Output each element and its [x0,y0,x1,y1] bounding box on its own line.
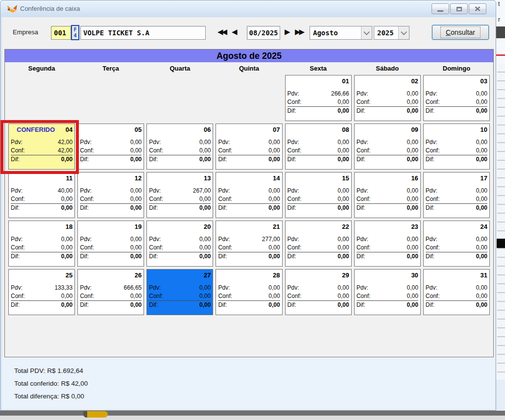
year-select[interactable]: 2025 [374,26,409,40]
conf-label: Conf: [426,292,440,300]
conf-label: Conf: [218,244,232,252]
day-cell-08[interactable]: 08Pdv:0,00Conf:0,00Dif:0,00 [285,124,352,170]
pdv-row: Pdv:0,00 [426,90,487,98]
pdv-value: 0,00 [407,284,418,292]
pdv-value: 0,00 [199,138,211,147]
day-cell-30[interactable]: 30Pdv:0,00Conf:0,00Dif:0,00 [354,269,421,315]
dif-value: 0,00 [61,252,72,261]
conf-label: Conf: [11,195,25,203]
dif-row: Dif:0,00 [357,204,418,212]
pdv-value: 666,65 [124,284,142,292]
dif-value: 0,00 [476,155,487,164]
day-header: 20 [149,222,211,232]
dif-label: Dif: [357,204,365,212]
day-cell-19[interactable]: 19Pdv:0,00Conf:0,00Dif:0,00 [77,221,144,267]
dif-label: Dif: [80,252,89,261]
day-cell-15[interactable]: 15Pdv:0,00Conf:0,00Dif:0,00 [285,172,352,218]
dif-row: Dif:0,00 [11,301,72,309]
empresa-name-field: VOLPE TICKET S.A [80,26,206,40]
pdv-value: 0,00 [61,235,72,244]
day-cell-09[interactable]: 09Pdv:0,00Conf:0,00Dif:0,00 [354,124,421,170]
window-titlebar[interactable]: Conferência de caixa [0,0,496,17]
pdv-label: Pdv: [149,138,161,147]
conf-label: Conf: [218,147,232,155]
day-cell-07[interactable]: 07Pdv:0,00Conf:0,00Dif:0,00 [216,124,282,170]
conf-label: Conf: [80,244,94,252]
pdv-value: 0,00 [337,284,349,292]
pdv-value: 0,00 [130,187,142,195]
day-cell-24[interactable]: 24Pdv:0,00Conf:0,00Dif:0,00 [423,221,490,267]
day-cell-06[interactable]: 06Pdv:0,00Conf:0,00Dif:0,00 [146,124,213,170]
day-cell-23[interactable]: 23Pdv:0,00Conf:0,00Dif:0,00 [354,221,421,267]
dif-row: Dif:0,00 [426,107,487,115]
day-cell-21[interactable]: 21Pdv:277,00Conf:0,00Dif:0,00 [216,221,282,267]
month-dropdown-button[interactable] [361,26,372,39]
pdv-value: 0,00 [199,284,211,292]
day-cell-22[interactable]: 22Pdv:0,00Conf:0,00Dif:0,00 [285,221,352,267]
dif-value: 0,00 [199,252,211,261]
month-select[interactable]: Agosto [310,26,372,40]
pdv-value: 0,00 [476,90,487,98]
day-cell-20[interactable]: 20Pdv:0,00Conf:0,00Dif:0,00 [146,221,213,267]
f4-lookup-button[interactable]: F4 [71,25,79,40]
day-cell-02[interactable]: 02Pdv:0,00Conf:0,00Dif:0,00 [354,75,421,121]
day-cell-25[interactable]: 25Pdv:133,33Conf:0,00Dif:0,00 [8,269,75,315]
pdv-label: Pdv: [357,235,368,244]
dif-row: Dif:0,00 [80,204,142,212]
conf-row: Conf:0,00 [357,147,418,155]
background-selected-row [497,239,505,248]
day-cell-14[interactable]: 14Pdv:0,00Conf:0,00Dif:0,00 [216,172,282,218]
pdv-label: Pdv: [218,138,230,147]
day-cell-11[interactable]: 11Pdv:40,00Conf:0,00Dif:0,00 [8,172,75,218]
day-number: 24 [481,223,487,230]
day-number: 31 [481,272,487,279]
pdv-value: 0,00 [407,235,418,244]
nav-prev-button[interactable]: ◀ [232,27,236,36]
period-field[interactable]: 08/2025 [247,26,280,40]
year-dropdown-button[interactable] [398,26,409,39]
window-title: Conferência de caixa [20,5,80,12]
day-header: 12 [80,173,142,183]
day-cell-26[interactable]: 26Pdv:666,65Conf:0,00Dif:0,00 [77,269,144,315]
close-button[interactable] [469,3,486,14]
pdv-row: Pdv:0,00 [288,187,349,195]
calendar-grid: 01Pdv:266,66Conf:0,00Dif:0,0002Pdv:0,00C… [8,75,490,315]
day-cell-17[interactable]: 17Pdv:0,00Conf:0,00Dif:0,00 [423,172,490,218]
minimize-button[interactable] [432,3,449,14]
day-cell-13[interactable]: 13Pdv:267,00Conf:0,00Dif:0,00 [146,172,213,218]
conf-row: Conf:0,00 [11,195,72,204]
dif-label: Dif: [357,155,365,164]
nav-last-button[interactable]: ▶▶ [295,27,303,36]
day-number: 10 [481,126,487,133]
empty-day-slot [8,75,75,121]
day-cell-18[interactable]: 18Pdv:0,00Conf:0,00Dif:0,00 [8,221,75,267]
day-number: 03 [481,77,487,85]
dif-row: Dif:0,00 [218,301,280,309]
day-number: 18 [66,223,72,230]
conferencia-window: Conferência de caixa Empresa 001 F4 VOLP… [0,0,496,411]
day-cell-29[interactable]: 29Pdv:0,00Conf:0,00Dif:0,00 [285,269,352,315]
day-cell-16[interactable]: 16Pdv:0,00Conf:0,00Dif:0,00 [354,172,421,218]
dif-value: 0,00 [61,204,72,212]
conf-value: 0,00 [476,195,487,203]
day-cell-12[interactable]: 12Pdv:0,00Conf:0,00Dif:0,00 [77,172,144,218]
day-cell-05[interactable]: 05Pdv:0,00Conf:0,00Dif:0,00 [77,124,144,170]
maximize-button[interactable] [450,3,468,14]
day-cell-01[interactable]: 01Pdv:266,66Conf:0,00Dif:0,00 [285,75,352,121]
dif-label: Dif: [288,107,296,115]
nav-first-button[interactable]: ◀◀ [217,27,226,36]
consultar-button[interactable]: Consultar [432,25,489,40]
day-cell-03[interactable]: 03Pdv:0,00Conf:0,00Dif:0,00 [423,75,490,121]
day-header: 09 [357,124,418,135]
pdv-value: 267,00 [193,187,211,195]
taskbar-app-icon[interactable] [83,411,108,418]
pdv-row: Pdv:0,00 [357,284,418,292]
day-cell-31[interactable]: 31Pdv:0,00Conf:0,00Dif:0,00 [423,269,490,315]
day-cell-27[interactable]: 27Pdv:0,00Conf:0,00Dif:0,00 [146,269,213,315]
pdv-label: Pdv: [80,235,92,244]
day-cell-10[interactable]: 10Pdv:0,00Conf:0,00Dif:0,00 [423,124,490,170]
empresa-code-input[interactable]: 001 [51,26,71,40]
day-cell-28[interactable]: 28Pdv:0,00Conf:0,00Dif:0,00 [216,269,282,315]
nav-next-button[interactable]: ▶ [285,27,289,36]
day-number: 06 [204,126,211,133]
